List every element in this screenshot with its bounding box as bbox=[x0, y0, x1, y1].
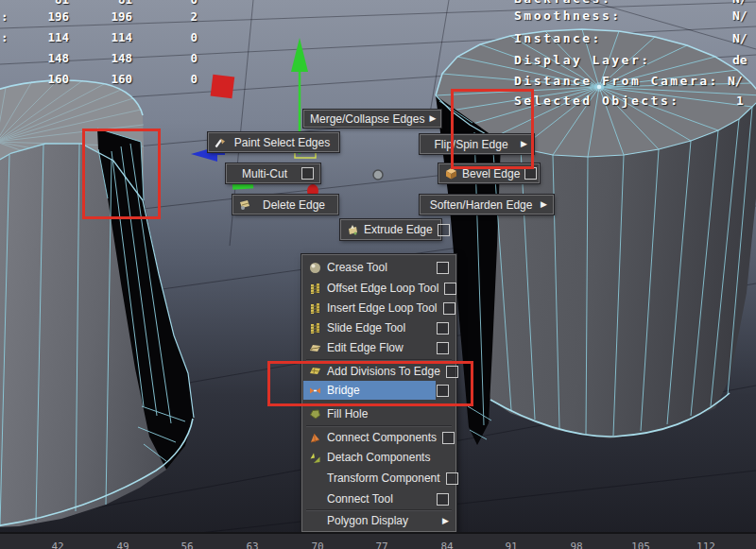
menu-separator bbox=[306, 425, 452, 426]
menu-item-label: Crease Tool bbox=[327, 261, 431, 274]
timeline-frame-number: 49 bbox=[116, 540, 129, 549]
hud-count-cell: 114 bbox=[19, 30, 69, 44]
marking-item-soften-harden-edge[interactable]: Soften/Harden Edge▶ bbox=[420, 195, 554, 214]
hud-detail-value: 1 bbox=[736, 94, 744, 108]
extrude-edge-icon bbox=[347, 224, 359, 236]
hud-detail-label: Display Layer: bbox=[514, 53, 651, 67]
timeline-frame-number: 84 bbox=[440, 540, 453, 549]
submenu-arrow-icon: ▶ bbox=[442, 517, 449, 525]
hud-count-cell: 160 bbox=[85, 72, 132, 86]
hud-count-cell: 148 bbox=[19, 51, 69, 65]
menu-separator bbox=[306, 359, 452, 360]
edge-loop-icon bbox=[309, 283, 321, 295]
menu-item-label: Transform Component bbox=[327, 472, 440, 485]
slide-edge-tool-options-checkbox[interactable] bbox=[437, 322, 449, 335]
menu-item-connect-components[interactable]: Connect Components bbox=[303, 428, 455, 447]
menu-item-detach-components[interactable]: Detach Components bbox=[303, 448, 455, 467]
transform-component-options-checkbox[interactable] bbox=[446, 472, 458, 485]
menu-item-label: Polygon Display bbox=[327, 514, 437, 527]
hud-count-cell: 2 bbox=[151, 9, 198, 24]
plane-handle-red-square[interactable] bbox=[211, 75, 235, 99]
marking-item-label: Delete Edge bbox=[256, 198, 332, 212]
menu-item-offset-edge-loop-tool[interactable]: Offset Edge Loop Tool bbox=[303, 279, 455, 298]
timeline-frame-number: 70 bbox=[311, 540, 323, 549]
menu-item-slide-edge-tool[interactable]: Slide Edge Tool bbox=[303, 318, 455, 337]
connect-tool-options-checkbox[interactable] bbox=[437, 493, 449, 506]
hud-detail-value: N/ bbox=[732, 31, 747, 45]
timeline-frame-number: 105 bbox=[631, 540, 650, 549]
marking-item-paint-select-edges[interactable]: Paint Select Edges bbox=[208, 132, 339, 152]
timeline-frame-number: 77 bbox=[375, 540, 387, 549]
edge-flow-icon bbox=[309, 342, 321, 354]
menu-item-label: Connect Tool bbox=[327, 492, 431, 506]
marking-item-label: Paint Select Edges bbox=[232, 136, 333, 149]
hud-detail-value: N/ bbox=[732, 9, 747, 23]
delete-edge-icon bbox=[239, 198, 251, 211]
submenu-arrow-icon: ▶ bbox=[429, 114, 436, 123]
hud-count-cell: 148 bbox=[85, 51, 132, 65]
timeline-frame-number: 63 bbox=[246, 540, 258, 549]
hud-detail-label: Distance From Camera: bbox=[514, 74, 719, 88]
timeline-frame-number: 42 bbox=[51, 540, 63, 549]
hud-count-cell: 0 bbox=[151, 30, 198, 44]
hud-detail-value: de bbox=[732, 53, 747, 67]
menu-item-connect-tool[interactable]: Connect Tool bbox=[303, 489, 455, 508]
hud-count-cell: : bbox=[1, 9, 9, 24]
marking-item-multi-cut[interactable]: Multi-Cut bbox=[226, 163, 320, 183]
maya-viewport-screenshot: 81810:1961962:114114014814801601600 Back… bbox=[0, 0, 756, 549]
menu-item-label: Edit Edge Flow bbox=[327, 341, 431, 354]
marking-item-label: Merge/Collapse Edges bbox=[310, 112, 424, 126]
marking-item-label: Multi-Cut bbox=[232, 167, 297, 180]
hud-count-cell: 0 bbox=[151, 51, 198, 65]
menu-item-label: Fill Hole bbox=[327, 407, 449, 420]
offset-edge-loop-tool-options-checkbox[interactable] bbox=[444, 283, 456, 295]
timeline-frame-number: 98 bbox=[570, 540, 582, 549]
hud-detail-label: Instance: bbox=[514, 31, 602, 45]
hud-count-cell: 0 bbox=[151, 72, 198, 86]
hud-count-cell: 196 bbox=[85, 9, 132, 24]
timeline-frame-number: 112 bbox=[696, 540, 715, 549]
menu-item-label: Detach Components bbox=[327, 451, 449, 464]
timeline-frame-number: 91 bbox=[505, 540, 517, 549]
annotation-box-left-cylinder bbox=[82, 129, 161, 219]
connect-components-icon bbox=[309, 432, 321, 444]
edit-edge-flow-options-checkbox[interactable] bbox=[437, 342, 449, 354]
hud-count-cell: 114 bbox=[85, 30, 132, 44]
menu-item-crease-tool[interactable]: Crease Tool bbox=[303, 258, 455, 277]
marking-item-extrude-edge[interactable]: Extrude Edge bbox=[340, 219, 441, 240]
hud-count-cell: 160 bbox=[19, 72, 69, 86]
marking-item-label: Soften/Harden Edge bbox=[426, 198, 536, 212]
hud-count-cell: 196 bbox=[19, 9, 69, 24]
marking-item-merge-collapse-edges[interactable]: Merge/Collapse Edges▶ bbox=[303, 110, 441, 128]
multi-cut-options-checkbox[interactable] bbox=[301, 167, 314, 180]
annotation-box-flip-spin bbox=[451, 89, 534, 169]
hud-count-cell: : bbox=[1, 30, 9, 44]
annotation-box-bridge bbox=[267, 361, 473, 406]
menu-item-label: Slide Edge Tool bbox=[327, 321, 431, 335]
hud-count-cell: 81 bbox=[19, 0, 69, 7]
hud-detail-label: Selected Objects: bbox=[514, 94, 680, 108]
fill-hole-icon bbox=[309, 408, 321, 420]
hud-detail-value: N/ bbox=[732, 0, 747, 6]
connect-components-options-checkbox[interactable] bbox=[442, 432, 455, 444]
hud-detail-value: N/ bbox=[728, 74, 743, 88]
crease-tool-options-checkbox[interactable] bbox=[437, 262, 449, 274]
menu-item-polygon-display[interactable]: Polygon Display▶ bbox=[303, 511, 455, 530]
crease-sphere-icon bbox=[309, 262, 321, 274]
edge-loop-icon bbox=[309, 302, 321, 315]
hud-count-cell: 0 bbox=[151, 0, 198, 7]
menu-item-label: Connect Components bbox=[327, 431, 437, 444]
time-slider[interactable]: 424956637077849198105112 bbox=[0, 532, 756, 549]
extrude-edge-options-checkbox[interactable] bbox=[438, 224, 450, 236]
menu-item-insert-edge-loop-tool[interactable]: Insert Edge Loop Tool bbox=[303, 299, 455, 317]
marking-menu-center[interactable] bbox=[373, 170, 383, 180]
menu-item-transform-component[interactable]: Transform Component bbox=[303, 469, 455, 488]
menu-item-edit-edge-flow[interactable]: Edit Edge Flow bbox=[303, 338, 455, 357]
detach-components-icon bbox=[309, 452, 321, 464]
edge-loop-icon bbox=[309, 322, 321, 335]
marking-item-delete-edge[interactable]: Delete Edge bbox=[232, 195, 338, 214]
menu-item-fill-hole[interactable]: Fill Hole bbox=[303, 404, 455, 423]
menu-item-label: Offset Edge Loop Tool bbox=[327, 282, 438, 295]
insert-edge-loop-tool-options-checkbox[interactable] bbox=[443, 302, 455, 315]
menu-separator bbox=[306, 509, 452, 510]
